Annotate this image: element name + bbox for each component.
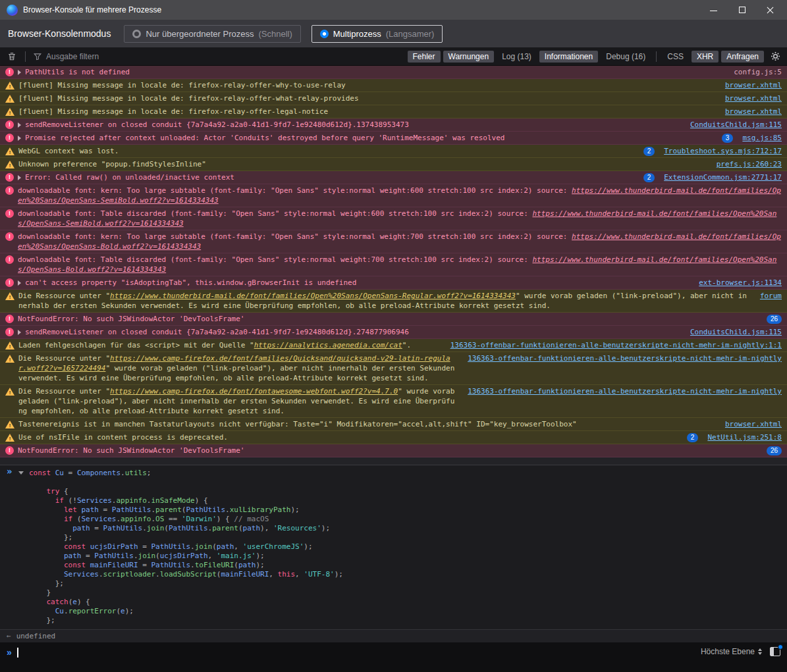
- filter-placeholder: Ausgabe filtern: [46, 52, 99, 61]
- close-button[interactable]: [767, 7, 774, 14]
- message-location[interactable]: ConduitsChild.jsm:115: [690, 120, 782, 130]
- expand-arrow-icon[interactable]: [18, 136, 21, 141]
- message-location[interactable]: msg.js:85: [742, 133, 782, 143]
- console-error-row: downloadable font: Table discarded (font…: [0, 207, 787, 230]
- repeat-count-badge: 26: [767, 315, 782, 324]
- console-warning-row: [fluent] Missing message in locale de: f…: [0, 92, 787, 105]
- error-icon: [5, 255, 14, 264]
- console-warning-row: Laden fehlgeschlagen für das <script> mi…: [0, 339, 787, 352]
- message-location[interactable]: prefs.js:260:23: [717, 159, 782, 169]
- message-location[interactable]: browser.xhtml: [725, 107, 782, 116]
- message-text: NotFoundError: No such JSWindowActor 'De…: [18, 446, 763, 455]
- message-location[interactable]: 136363-offenbar-funktionieren-alle-benut…: [450, 340, 782, 350]
- filter-button-debug-16[interactable]: Debug (16): [601, 51, 651, 63]
- message-location[interactable]: ExtensionCommon.jsm:2771:17: [664, 172, 782, 182]
- expand-arrow-icon[interactable]: [18, 122, 21, 128]
- message-location: config.js:5: [734, 67, 782, 77]
- message-location[interactable]: ext-browser.js:1134: [699, 278, 782, 288]
- mode-option-parent-process[interactable]: Nur übergeordneter Prozess (Schnell): [124, 25, 300, 43]
- message-location[interactable]: ConduitsChild.jsm:115: [690, 327, 782, 337]
- message-text: [fluent] Missing message in locale de: f…: [18, 107, 716, 116]
- error-icon: [5, 173, 14, 182]
- expand-arrow-icon[interactable]: [18, 330, 21, 335]
- mode-option-multiprocess[interactable]: Multiprozess (Langsamer): [312, 25, 443, 43]
- message-text: [fluent] Missing message in locale de: f…: [18, 93, 716, 103]
- sidebar-toggle-button[interactable]: [770, 647, 780, 656]
- message-text: Error: Called raw() on unloaded/inactive…: [25, 172, 639, 182]
- repeat-count-badge: 26: [767, 446, 782, 455]
- filter-button-xhr[interactable]: XHR: [692, 51, 719, 63]
- warning-icon: [5, 161, 14, 168]
- window-title: Browser-Konsole für mehrere Prozesse: [23, 5, 161, 14]
- code-line: try {: [29, 487, 782, 496]
- message-url-link[interactable]: https://www.thunderbird-mail.de/font/fam…: [18, 255, 776, 274]
- message-url-link[interactable]: https://analytics.agenedia.com/cat: [254, 341, 402, 349]
- toolbar-divider: [656, 51, 657, 62]
- input-right-controls: Höchste Ebene: [701, 647, 780, 656]
- repeat-count-badge: 2: [687, 433, 699, 442]
- message-location[interactable]: NetUtil.jsm:251:8: [707, 432, 782, 442]
- message-text: NotFoundError: No such JSWindowActor 'De…: [18, 314, 763, 324]
- filter-button-warnungen[interactable]: Warnungen: [443, 51, 495, 63]
- code-line: const Cu = Components.utils;: [29, 469, 782, 478]
- console-error-row: can't access property "isAdoptingTab", t…: [0, 276, 787, 290]
- repeat-count-badge: 2: [643, 147, 655, 156]
- message-text: Unknown preference "popup.findStylesInli…: [18, 159, 707, 169]
- filter-button-fehler[interactable]: Fehler: [408, 51, 441, 63]
- expand-arrow-icon[interactable]: [18, 280, 21, 286]
- message-url-link[interactable]: https://www.thunderbird-mail.de/font/fam…: [18, 232, 781, 251]
- message-url-link[interactable]: https://www.camp-firefox.de/font/familie…: [18, 354, 450, 373]
- error-icon: [5, 446, 14, 455]
- console-input-row[interactable]: » Höchste Ebene: [0, 642, 787, 672]
- console-warning-row: Tastenereignis ist in manchen Tastaturla…: [0, 418, 787, 431]
- code-line: };: [29, 616, 782, 625]
- message-location[interactable]: forum: [760, 291, 782, 301]
- warning-icon: [5, 147, 14, 155]
- code-line: const mainFileURI = PathUtils.toFileURI(…: [29, 561, 782, 570]
- message-location[interactable]: Troubleshoot.sys.mjs:712:17: [664, 146, 782, 156]
- message-url-link[interactable]: https://www.thunderbird-mail.de/font/fam…: [18, 186, 781, 205]
- code-line: let path = PathUtils.parent(PathUtils.xu…: [29, 505, 782, 515]
- console-warning-row: Die Ressource unter "https://www.camp-fi…: [0, 385, 787, 418]
- error-icon: [5, 328, 14, 336]
- evaluation-context-selector[interactable]: Höchste Ebene: [701, 647, 762, 656]
- message-location[interactable]: browser.xhtml: [725, 80, 782, 90]
- message-location[interactable]: 136363-offenbar-funktionieren-alle-benut…: [468, 353, 782, 363]
- message-location[interactable]: browser.xhtml: [725, 419, 782, 429]
- trash-icon: [7, 52, 16, 61]
- level-filter-group: FehlerWarnungenLog (13)InformationenDebu…: [408, 51, 651, 63]
- clear-console-button[interactable]: [4, 50, 20, 63]
- updown-arrows-icon: [758, 648, 762, 655]
- message-text: [fluent] Missing message in locale de: f…: [18, 80, 716, 90]
- maximize-button[interactable]: [738, 7, 746, 14]
- console-warning-row: WebGL context was lost.2Troubleshoot.sys…: [0, 145, 787, 158]
- minimize-button[interactable]: [710, 7, 717, 14]
- expand-arrow-icon[interactable]: [18, 70, 21, 75]
- code-line: };: [29, 579, 782, 588]
- message-text: can't access property "isAdoptingTab", t…: [25, 278, 690, 288]
- filter-button-css[interactable]: CSS: [662, 51, 689, 63]
- repeat-count-badge: 3: [722, 134, 734, 143]
- console-error-row: sendRemoveListener on closed conduit {7a…: [0, 118, 787, 132]
- console-warning-row: [fluent] Missing message in locale de: f…: [0, 105, 787, 118]
- collapse-arrow-icon[interactable]: [18, 471, 24, 475]
- message-location[interactable]: browser.xhtml: [725, 93, 782, 103]
- filter-button-informationen[interactable]: Informationen: [539, 51, 598, 63]
- titlebar: Browser-Konsole für mehrere Prozesse: [0, 0, 787, 20]
- message-url-link[interactable]: https://www.camp-firefox.de/font/fontawe…: [110, 387, 398, 396]
- error-icon: [5, 315, 14, 323]
- settings-gear-button[interactable]: [767, 50, 783, 63]
- message-url-link[interactable]: https://www.thunderbird-mail.de/font/fam…: [18, 209, 776, 228]
- expand-arrow-icon[interactable]: [18, 175, 21, 180]
- warning-icon: [5, 108, 14, 116]
- filter-button-anfragen[interactable]: Anfragen: [721, 51, 764, 63]
- message-text: sendRemoveListener on closed conduit {7a…: [25, 120, 681, 130]
- radio-checked-icon: [320, 30, 329, 38]
- message-location[interactable]: 136363-offenbar-funktionieren-alle-benut…: [468, 386, 782, 396]
- code-line: Services.scriptloader.loadSubScript(main…: [29, 570, 782, 579]
- message-url-link[interactable]: https://www.thunderbird-mail.de/font/fam…: [110, 292, 516, 300]
- message-text: sendRemoveListener on closed conduit {7a…: [25, 327, 681, 337]
- filter-button-log-13[interactable]: Log (13): [497, 51, 537, 63]
- message-text: downloadable font: kern: Too large subta…: [18, 186, 782, 205]
- filter-input[interactable]: Ausgabe filtern: [31, 52, 404, 61]
